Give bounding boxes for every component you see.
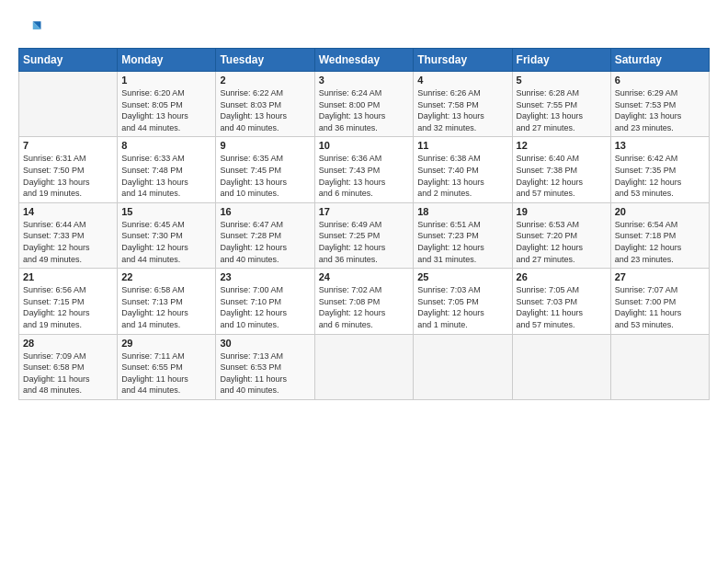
- day-number: 4: [417, 75, 507, 86]
- day-info: Sunrise: 6:29 AM Sunset: 7:53 PM Dayligh…: [615, 87, 705, 133]
- day-cell: [610, 334, 709, 399]
- logo-icon: [18, 17, 44, 42]
- day-cell: [19, 72, 118, 137]
- day-cell: 3Sunrise: 6:24 AM Sunset: 8:00 PM Daylig…: [314, 72, 414, 137]
- day-cell: 24Sunrise: 7:02 AM Sunset: 7:08 PM Dayli…: [314, 269, 414, 334]
- day-number: 6: [615, 75, 705, 86]
- weekday-sunday: Sunday: [19, 49, 118, 72]
- day-info: Sunrise: 6:38 AM Sunset: 7:40 PM Dayligh…: [417, 153, 507, 199]
- day-info: Sunrise: 6:49 AM Sunset: 7:25 PM Dayligh…: [319, 219, 410, 265]
- day-info: Sunrise: 6:28 AM Sunset: 7:55 PM Dayligh…: [517, 87, 607, 133]
- day-number: 17: [319, 206, 410, 217]
- day-cell: 17Sunrise: 6:49 AM Sunset: 7:25 PM Dayli…: [314, 202, 414, 268]
- day-cell: 23Sunrise: 7:00 AM Sunset: 7:10 PM Dayli…: [216, 269, 314, 334]
- day-number: 18: [417, 206, 507, 217]
- day-info: Sunrise: 6:31 AM Sunset: 7:50 PM Dayligh…: [23, 153, 113, 199]
- day-info: Sunrise: 7:11 AM Sunset: 6:55 PM Dayligh…: [121, 350, 211, 396]
- day-cell: 15Sunrise: 6:45 AM Sunset: 7:30 PM Dayli…: [118, 202, 216, 268]
- day-info: Sunrise: 6:26 AM Sunset: 7:58 PM Dayligh…: [417, 87, 507, 133]
- day-number: 8: [121, 140, 211, 151]
- day-cell: 22Sunrise: 6:58 AM Sunset: 7:13 PM Dayli…: [118, 269, 216, 334]
- calendar: SundayMondayTuesdayWednesdayThursdayFrid…: [18, 48, 710, 400]
- day-cell: [314, 334, 414, 399]
- day-cell: 2Sunrise: 6:22 AM Sunset: 8:03 PM Daylig…: [216, 72, 314, 137]
- day-cell: 21Sunrise: 6:56 AM Sunset: 7:15 PM Dayli…: [19, 269, 118, 334]
- day-cell: 19Sunrise: 6:53 AM Sunset: 7:20 PM Dayli…: [512, 202, 610, 268]
- day-cell: 13Sunrise: 6:42 AM Sunset: 7:35 PM Dayli…: [610, 137, 709, 202]
- day-cell: 20Sunrise: 6:54 AM Sunset: 7:18 PM Dayli…: [610, 202, 709, 268]
- day-info: Sunrise: 6:58 AM Sunset: 7:13 PM Dayligh…: [121, 284, 211, 330]
- day-info: Sunrise: 7:13 AM Sunset: 6:53 PM Dayligh…: [220, 350, 310, 396]
- day-info: Sunrise: 7:07 AM Sunset: 7:00 PM Dayligh…: [615, 284, 705, 330]
- day-cell: [414, 334, 512, 399]
- week-row-3: 21Sunrise: 6:56 AM Sunset: 7:15 PM Dayli…: [19, 269, 710, 334]
- day-cell: 25Sunrise: 7:03 AM Sunset: 7:05 PM Dayli…: [414, 269, 512, 334]
- day-number: 28: [23, 338, 113, 349]
- day-number: 29: [121, 338, 211, 349]
- day-cell: 16Sunrise: 6:47 AM Sunset: 7:28 PM Dayli…: [216, 202, 314, 268]
- day-cell: 5Sunrise: 6:28 AM Sunset: 7:55 PM Daylig…: [512, 72, 610, 137]
- day-number: 12: [517, 140, 607, 151]
- day-info: Sunrise: 6:33 AM Sunset: 7:48 PM Dayligh…: [121, 153, 211, 199]
- day-number: 3: [319, 75, 410, 86]
- day-number: 22: [121, 271, 211, 282]
- week-row-2: 14Sunrise: 6:44 AM Sunset: 7:33 PM Dayli…: [19, 202, 710, 268]
- day-info: Sunrise: 7:00 AM Sunset: 7:10 PM Dayligh…: [220, 284, 310, 330]
- day-number: 1: [121, 75, 211, 86]
- day-info: Sunrise: 7:02 AM Sunset: 7:08 PM Dayligh…: [319, 284, 410, 330]
- day-number: 5: [517, 75, 607, 86]
- day-cell: 30Sunrise: 7:13 AM Sunset: 6:53 PM Dayli…: [216, 334, 314, 399]
- day-cell: 6Sunrise: 6:29 AM Sunset: 7:53 PM Daylig…: [610, 72, 709, 137]
- day-number: 11: [417, 140, 507, 151]
- weekday-header-row: SundayMondayTuesdayWednesdayThursdayFrid…: [19, 49, 710, 72]
- day-number: 23: [220, 271, 310, 282]
- day-number: 27: [615, 271, 705, 282]
- day-info: Sunrise: 6:42 AM Sunset: 7:35 PM Dayligh…: [615, 153, 705, 199]
- day-number: 21: [23, 271, 113, 282]
- day-info: Sunrise: 6:24 AM Sunset: 8:00 PM Dayligh…: [319, 87, 410, 133]
- day-cell: 10Sunrise: 6:36 AM Sunset: 7:43 PM Dayli…: [314, 137, 414, 202]
- day-info: Sunrise: 6:54 AM Sunset: 7:18 PM Dayligh…: [615, 219, 705, 265]
- weekday-tuesday: Tuesday: [216, 49, 314, 72]
- day-info: Sunrise: 6:35 AM Sunset: 7:45 PM Dayligh…: [220, 153, 310, 199]
- day-info: Sunrise: 6:40 AM Sunset: 7:38 PM Dayligh…: [517, 153, 607, 199]
- day-info: Sunrise: 7:05 AM Sunset: 7:03 PM Dayligh…: [517, 284, 607, 330]
- weekday-monday: Monday: [118, 49, 216, 72]
- weekday-saturday: Saturday: [610, 49, 709, 72]
- day-info: Sunrise: 6:20 AM Sunset: 8:05 PM Dayligh…: [121, 87, 211, 133]
- day-number: 24: [319, 271, 410, 282]
- day-info: Sunrise: 6:45 AM Sunset: 7:30 PM Dayligh…: [121, 219, 211, 265]
- day-number: 25: [417, 271, 507, 282]
- header: [18, 17, 710, 42]
- day-info: Sunrise: 6:36 AM Sunset: 7:43 PM Dayligh…: [319, 153, 410, 199]
- weekday-wednesday: Wednesday: [314, 49, 414, 72]
- day-info: Sunrise: 6:47 AM Sunset: 7:28 PM Dayligh…: [220, 219, 310, 265]
- day-cell: 1Sunrise: 6:20 AM Sunset: 8:05 PM Daylig…: [118, 72, 216, 137]
- day-cell: 14Sunrise: 6:44 AM Sunset: 7:33 PM Dayli…: [19, 202, 118, 268]
- day-cell: 7Sunrise: 6:31 AM Sunset: 7:50 PM Daylig…: [19, 137, 118, 202]
- day-cell: 12Sunrise: 6:40 AM Sunset: 7:38 PM Dayli…: [512, 137, 610, 202]
- day-cell: 11Sunrise: 6:38 AM Sunset: 7:40 PM Dayli…: [414, 137, 512, 202]
- weekday-friday: Friday: [512, 49, 610, 72]
- day-cell: 18Sunrise: 6:51 AM Sunset: 7:23 PM Dayli…: [414, 202, 512, 268]
- day-number: 2: [220, 75, 310, 86]
- day-number: 20: [615, 206, 705, 217]
- day-cell: 4Sunrise: 6:26 AM Sunset: 7:58 PM Daylig…: [414, 72, 512, 137]
- day-number: 14: [23, 206, 113, 217]
- day-number: 16: [220, 206, 310, 217]
- day-info: Sunrise: 6:51 AM Sunset: 7:23 PM Dayligh…: [417, 219, 507, 265]
- day-info: Sunrise: 7:03 AM Sunset: 7:05 PM Dayligh…: [417, 284, 507, 330]
- day-cell: 9Sunrise: 6:35 AM Sunset: 7:45 PM Daylig…: [216, 137, 314, 202]
- week-row-0: 1Sunrise: 6:20 AM Sunset: 8:05 PM Daylig…: [19, 72, 710, 137]
- day-info: Sunrise: 7:09 AM Sunset: 6:58 PM Dayligh…: [23, 350, 113, 396]
- day-number: 15: [121, 206, 211, 217]
- day-number: 26: [517, 271, 607, 282]
- day-cell: 8Sunrise: 6:33 AM Sunset: 7:48 PM Daylig…: [118, 137, 216, 202]
- day-info: Sunrise: 6:22 AM Sunset: 8:03 PM Dayligh…: [220, 87, 310, 133]
- page: SundayMondayTuesdayWednesdayThursdayFrid…: [0, 0, 728, 563]
- day-number: 19: [517, 206, 607, 217]
- day-cell: 28Sunrise: 7:09 AM Sunset: 6:58 PM Dayli…: [19, 334, 118, 399]
- day-info: Sunrise: 6:44 AM Sunset: 7:33 PM Dayligh…: [23, 219, 113, 265]
- day-number: 9: [220, 140, 310, 151]
- day-cell: 29Sunrise: 7:11 AM Sunset: 6:55 PM Dayli…: [118, 334, 216, 399]
